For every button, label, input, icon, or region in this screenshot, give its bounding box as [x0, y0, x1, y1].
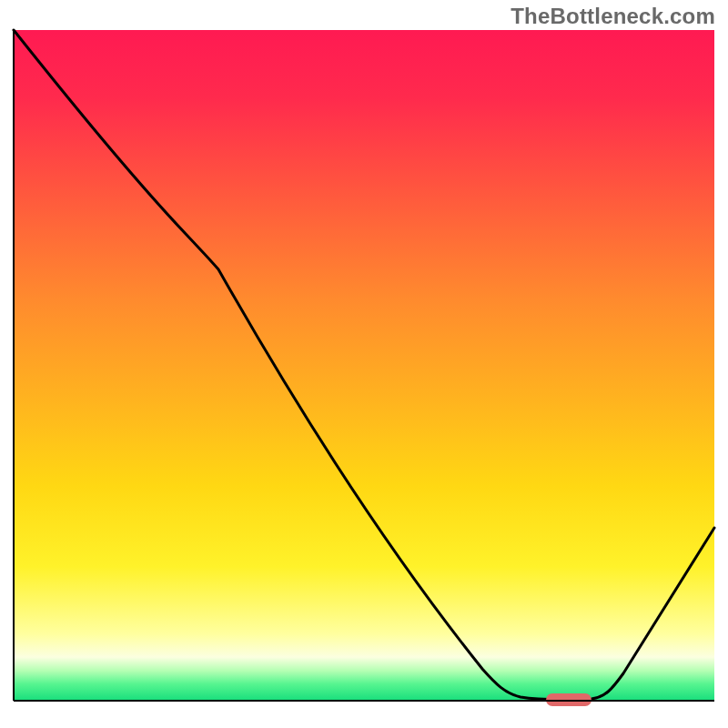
chart-container: TheBottleneck.com [0, 0, 728, 728]
watermark-label: TheBottleneck.com [511, 4, 715, 29]
bottleneck-chart [0, 0, 728, 728]
plot-background [14, 30, 714, 701]
